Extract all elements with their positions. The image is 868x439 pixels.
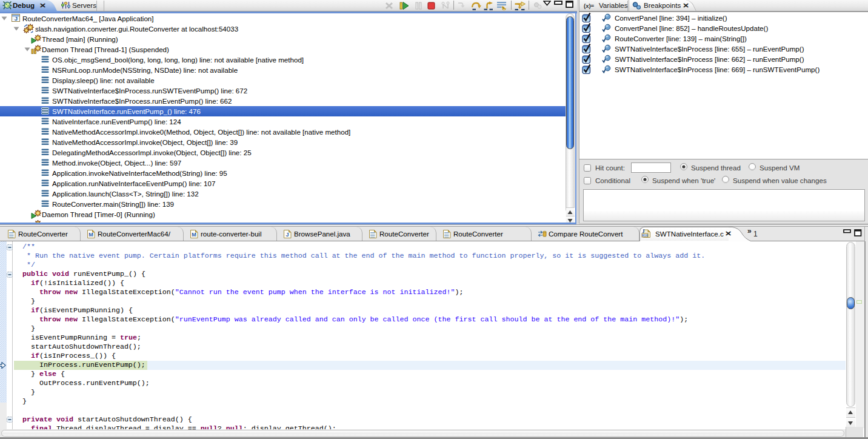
svg-text:J: J bbox=[15, 15, 18, 22]
svg-text:M: M bbox=[88, 232, 93, 238]
svg-text:M: M bbox=[192, 232, 196, 238]
svg-text:010: 010 bbox=[642, 233, 648, 238]
svg-text:J: J bbox=[285, 232, 289, 238]
